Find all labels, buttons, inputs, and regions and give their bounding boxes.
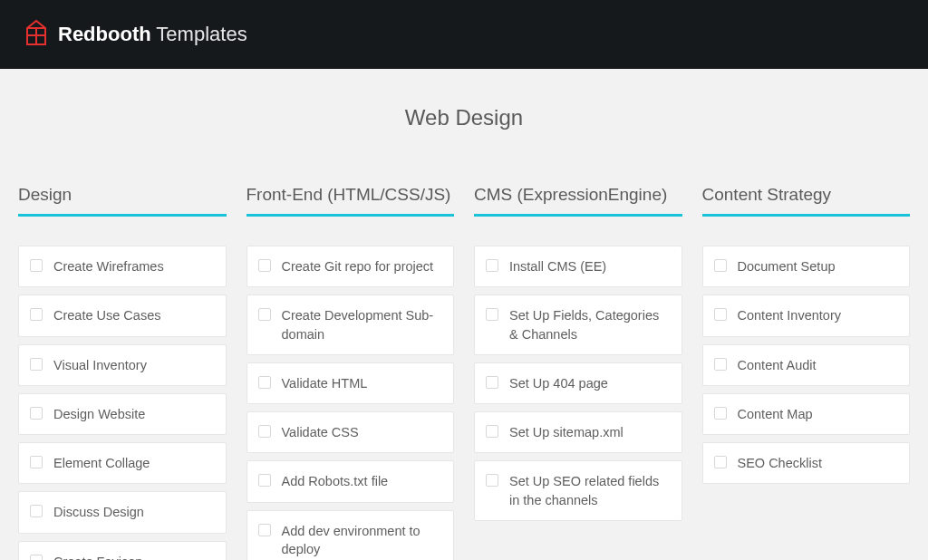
checkbox-icon[interactable]	[30, 259, 43, 272]
checkbox-icon[interactable]	[486, 474, 498, 487]
task-label: Create Wireframes	[53, 257, 164, 275]
task-label: Install CMS (EE)	[509, 257, 606, 275]
task-label: Design Website	[53, 405, 145, 423]
column-design: Design Create Wireframes Create Use Case…	[18, 185, 227, 560]
checkbox-icon[interactable]	[714, 456, 727, 468]
task-card[interactable]: Install CMS (EE)	[474, 246, 682, 287]
task-card[interactable]: Design Website	[18, 393, 227, 435]
page-title: Web Design	[0, 105, 928, 130]
task-card[interactable]: Create Git repo for project	[246, 246, 455, 287]
column-cms: CMS (ExpressionEngine) Install CMS (EE) …	[474, 185, 682, 560]
checkbox-icon[interactable]	[30, 505, 43, 517]
task-card[interactable]: Content Inventory	[702, 294, 911, 336]
task-card[interactable]: Set Up Fields, Categories & Channels	[474, 294, 682, 355]
checkbox-icon[interactable]	[486, 308, 498, 321]
checkbox-icon[interactable]	[30, 407, 43, 420]
task-card[interactable]: Element Collage	[18, 442, 227, 484]
task-card[interactable]: Create Favicon	[18, 541, 227, 560]
task-label: Visual Inventory	[53, 356, 147, 374]
task-label: Validate HTML	[282, 374, 368, 392]
checkbox-icon[interactable]	[714, 358, 727, 371]
checkbox-icon[interactable]	[30, 358, 43, 371]
task-card[interactable]: Add Robots.txt file	[246, 460, 455, 502]
task-card[interactable]: Content Map	[702, 393, 911, 435]
task-label: Create Development Sub-domain	[282, 306, 443, 343]
checkbox-icon[interactable]	[486, 259, 498, 272]
task-label: Element Collage	[53, 454, 150, 472]
checkbox-icon[interactable]	[258, 308, 271, 321]
task-label: Content Map	[738, 405, 813, 423]
column-frontend: Front-End (HTML/CSS/JS) Create Git repo …	[246, 185, 455, 560]
task-card[interactable]: Set Up sitemap.xml	[474, 411, 682, 453]
column-header: Front-End (HTML/CSS/JS)	[246, 185, 455, 217]
task-card[interactable]: SEO Checklist	[702, 442, 911, 484]
task-label: Set Up 404 page	[509, 374, 608, 392]
task-card[interactable]: Document Setup	[702, 246, 911, 287]
task-card[interactable]: Content Audit	[702, 344, 911, 386]
task-label: Discuss Design	[53, 503, 144, 521]
task-card[interactable]: Set Up 404 page	[474, 362, 682, 404]
checkbox-icon[interactable]	[30, 555, 43, 560]
brand-text: Redbooth Templates	[58, 23, 247, 46]
checkbox-icon[interactable]	[714, 308, 727, 321]
task-label: Set Up sitemap.xml	[509, 423, 624, 441]
task-card[interactable]: Set Up SEO related fields in the channel…	[474, 460, 682, 521]
column-header: Content Strategy	[702, 185, 911, 217]
task-label: Create Favicon	[53, 553, 142, 560]
task-label: Validate CSS	[282, 423, 359, 441]
task-label: SEO Checklist	[738, 454, 822, 472]
task-card[interactable]: Visual Inventory	[18, 344, 227, 386]
task-card[interactable]: Validate HTML	[246, 362, 455, 404]
task-label: Set Up SEO related fields in the channel…	[509, 472, 671, 509]
checkbox-icon[interactable]	[258, 425, 271, 438]
checkbox-icon[interactable]	[30, 456, 43, 468]
column-header: Design	[18, 185, 227, 217]
task-card[interactable]: Create Development Sub-domain	[246, 294, 455, 355]
task-label: Add dev environment to deploy	[282, 522, 443, 559]
brand-bold: Redbooth	[58, 23, 151, 45]
checkbox-icon[interactable]	[486, 376, 498, 389]
task-card[interactable]: Validate CSS	[246, 411, 455, 453]
column-content-strategy: Content Strategy Document Setup Content …	[702, 185, 911, 560]
board: Design Create Wireframes Create Use Case…	[0, 185, 928, 560]
checkbox-icon[interactable]	[258, 259, 271, 272]
checkbox-icon[interactable]	[258, 524, 271, 536]
checkbox-icon[interactable]	[30, 308, 43, 321]
redbooth-logo-icon	[24, 19, 49, 50]
task-card[interactable]: Discuss Design	[18, 491, 227, 533]
task-label: Add Robots.txt file	[282, 472, 389, 490]
checkbox-icon[interactable]	[714, 259, 727, 272]
task-label: Create Git repo for project	[282, 257, 434, 275]
checkbox-icon[interactable]	[258, 474, 271, 487]
brand-light: Templates	[151, 23, 247, 45]
checkbox-icon[interactable]	[258, 376, 271, 389]
task-label: Content Inventory	[738, 306, 841, 324]
checkbox-icon[interactable]	[486, 425, 498, 438]
task-card[interactable]: Add dev environment to deploy	[246, 510, 455, 560]
task-card[interactable]: Create Use Cases	[18, 294, 227, 336]
task-label: Document Setup	[738, 257, 836, 275]
task-card[interactable]: Create Wireframes	[18, 246, 227, 287]
column-header: CMS (ExpressionEngine)	[474, 185, 682, 217]
checkbox-icon[interactable]	[714, 407, 727, 420]
app-header: Redbooth Templates	[0, 0, 928, 69]
task-label: Create Use Cases	[53, 306, 160, 324]
task-label: Set Up Fields, Categories & Channels	[509, 306, 671, 343]
task-label: Content Audit	[738, 356, 817, 374]
